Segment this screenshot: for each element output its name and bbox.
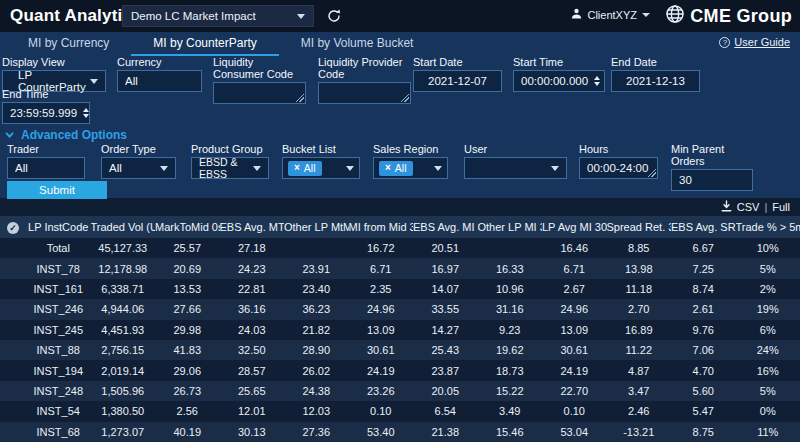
time-stepper[interactable] [588, 76, 600, 86]
table-cell: 2% [736, 279, 800, 299]
table-row[interactable]: INST_7812,178.9820.6924.2323.916.7116.97… [0, 258, 800, 278]
user-menu[interactable]: ClientXYZ [571, 8, 650, 21]
table-row[interactable]: INST_541,380.502.5612.0112.030.106.543.4… [0, 401, 800, 421]
liquidity-provider-code-input[interactable] [318, 82, 411, 104]
remove-chip-icon[interactable]: × [294, 162, 300, 173]
column-header[interactable]: LP Avg MI 30s [542, 216, 607, 238]
table-row[interactable]: INST_2464,944.0627.6636.1636.2324.9633.5… [0, 299, 800, 319]
column-header[interactable]: Trade % > 5m [736, 216, 800, 238]
step-up-icon [594, 76, 600, 80]
table-cell: INST_88 [26, 340, 91, 360]
download-icon [721, 200, 732, 214]
display-view-label: Display View [2, 56, 106, 68]
order-type-select[interactable]: All [101, 157, 176, 179]
table-row[interactable]: INST_1942,019.1429.0628.5726.0224.1923.8… [0, 360, 800, 380]
trader-label: Trader [7, 143, 85, 155]
table-cell: 11.18 [607, 279, 672, 299]
table-row[interactable]: INST_1616,338.7113.5322.8123.402.3514.07… [0, 279, 800, 299]
table-cell: 7.25 [671, 258, 736, 278]
table-cell: 13.09 [349, 320, 414, 340]
column-header[interactable]: Other LP MtM ... [284, 216, 349, 238]
order-type-field: Order Type All [101, 143, 176, 179]
report-selector[interactable]: Demo LC Market Impact [122, 5, 314, 27]
display-view-field: Display View LP CounterParty [2, 56, 106, 92]
resize-handle[interactable] [401, 94, 409, 102]
table-row[interactable]: INST_2454,451.9329.9824.0321.8213.0914.2… [0, 320, 800, 340]
column-header[interactable]: EBS Avg. MTM... [220, 216, 285, 238]
table-cell: 9.23 [478, 320, 543, 340]
column-header[interactable]: MI from Mid 30s [349, 216, 414, 238]
resize-handle[interactable] [648, 169, 656, 177]
liquidity-provider-code-label: Liquidity Provider Code [318, 56, 411, 80]
currency-input[interactable] [117, 70, 202, 92]
table-cell: 29.98 [155, 320, 220, 340]
table-cell: 20.69 [155, 258, 220, 278]
tab-mi-by-volume-bucket[interactable]: MI by Volume Bucket [279, 32, 436, 56]
trader-input[interactable] [7, 157, 85, 179]
column-header[interactable]: Traded Vol (US... [91, 216, 156, 238]
table-cell: 7.06 [671, 340, 736, 360]
liquidity-consumer-code-field: Liquidity Consumer Code [213, 56, 306, 104]
column-header[interactable]: LP InstCode [26, 216, 91, 238]
table-row[interactable]: INST_681,273.0740.1930.1327.3653.4021.38… [0, 422, 800, 442]
tab-bar: MI by Currency MI by CounterParty MI by … [0, 32, 800, 56]
table-cell: 30.61 [542, 340, 607, 360]
table-cell: 10.96 [478, 279, 543, 299]
liquidity-consumer-code-input[interactable] [213, 82, 306, 104]
product-group-select[interactable]: EBSD & EBSS [191, 157, 269, 179]
table-cell: 30.61 [349, 340, 414, 360]
export-separator: | [764, 201, 767, 213]
chevron-down-icon [434, 166, 442, 171]
export-csv-link[interactable]: CSV [737, 201, 760, 213]
table-cell: 21.38 [413, 422, 478, 442]
row-icon-cell [0, 258, 26, 278]
chevron-down-icon [253, 166, 261, 171]
table-cell: 24% [736, 340, 800, 360]
export-full-link[interactable]: Full [772, 201, 790, 213]
start-date-input[interactable] [413, 70, 502, 92]
resize-handle[interactable] [296, 94, 304, 102]
table-cell: 53.04 [542, 422, 607, 442]
tab-mi-by-counterparty[interactable]: MI by CounterParty [131, 32, 278, 56]
table-cell: 28.90 [284, 340, 349, 360]
user-select[interactable] [464, 157, 567, 179]
row-icon-cell [0, 422, 26, 442]
bucket-list-select[interactable]: × All [282, 157, 360, 179]
table-cell: 18.73 [478, 360, 543, 380]
hours-field: Hours 00:00-24:00 [579, 143, 658, 179]
column-header[interactable]: Other LP MI 30s [478, 216, 543, 238]
row-icon-cell [0, 381, 26, 401]
column-header[interactable]: EBS Avg. MI 30s [413, 216, 478, 238]
table-cell: 2,756.15 [91, 340, 156, 360]
tab-mi-by-currency[interactable]: MI by Currency [6, 32, 131, 56]
table-cell: 27.66 [155, 299, 220, 319]
hours-label: Hours [579, 143, 658, 155]
time-stepper[interactable] [77, 108, 89, 118]
column-settings-header[interactable]: ✓ [0, 216, 26, 238]
remove-chip-icon[interactable]: × [385, 162, 391, 173]
min-parent-orders-input[interactable] [671, 169, 753, 191]
end-time-value: 23:59:59.999 [10, 107, 77, 119]
refresh-icon[interactable] [326, 8, 342, 24]
hours-input[interactable]: 00:00-24:00 [579, 157, 658, 179]
start-time-input[interactable]: 00:00:00.000 [513, 70, 605, 92]
column-header[interactable]: EBS Avg. SR 30s [671, 216, 736, 238]
submit-button[interactable]: Submit [7, 181, 107, 199]
end-date-field: End Date [611, 56, 700, 92]
sales-region-chip: × All [379, 161, 413, 176]
end-date-input[interactable] [611, 70, 700, 92]
column-header[interactable]: Spread Ret. 30s [607, 216, 672, 238]
table-row[interactable]: INST_2481,505.9626.7325.6524.3823.2620.0… [0, 381, 800, 401]
table-cell: 2.56 [155, 401, 220, 421]
column-header[interactable]: MarkToMid 0s [155, 216, 220, 238]
user-guide-link[interactable]: ? User Guide [719, 36, 790, 48]
sales-region-select[interactable]: × All [373, 157, 448, 179]
liquidity-provider-code-field: Liquidity Provider Code [318, 56, 411, 104]
end-time-input[interactable]: 23:59:59.999 [2, 102, 90, 124]
table-cell: 2.35 [349, 279, 414, 299]
table-row[interactable]: INST_882,756.1541.8332.5028.9030.6125.43… [0, 340, 800, 360]
table-cell: 4.70 [671, 360, 736, 380]
step-down-icon [83, 114, 89, 118]
table-row[interactable]: Total45,127.3325.5727.1816.7220.5116.468… [0, 238, 800, 258]
advanced-options-toggle[interactable]: Advanced Options [8, 128, 127, 142]
